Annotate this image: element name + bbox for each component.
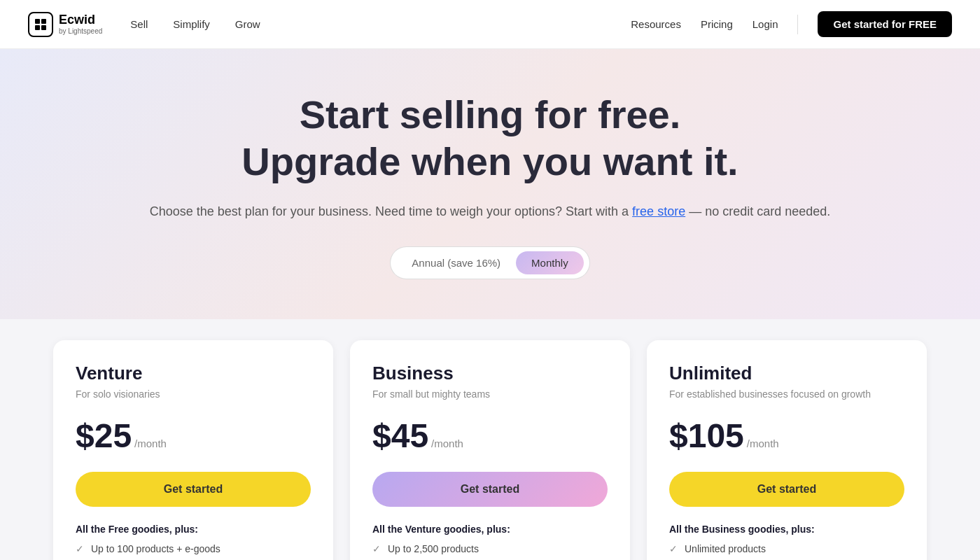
svg-rect-0 [35, 19, 40, 24]
price-period-venture: /month [134, 438, 167, 449]
feature-text: Up to 100 products + e-goods [91, 543, 220, 554]
hero-title-line2: Upgrade when you want it. [241, 139, 738, 183]
plan-card-venture: Venture For solo visionaries $25 /month … [53, 340, 333, 560]
check-icon: ✓ [372, 543, 381, 554]
nav-link-simplify[interactable]: Simplify [173, 18, 210, 30]
plan-price-business: $45 /month [372, 416, 608, 455]
plan-name-unlimited: Unlimited [669, 363, 904, 384]
nav-links: Sell Simplify Grow [130, 18, 631, 30]
hero-title: Start selling for free. Upgrade when you… [14, 91, 966, 185]
plan-tagline-venture: For solo visionaries [76, 388, 311, 400]
nav-link-grow[interactable]: Grow [235, 18, 260, 30]
check-icon: ✓ [76, 543, 84, 554]
nav-link-pricing[interactable]: Pricing [701, 18, 733, 30]
price-period-business: /month [431, 438, 463, 449]
svg-rect-2 [35, 25, 40, 30]
plan-tagline-business: For small but mighty teams [372, 388, 608, 400]
plan-cta-business[interactable]: Get started [372, 472, 608, 507]
nav-link-sell[interactable]: Sell [130, 18, 148, 30]
price-amount-business: $45 [372, 416, 428, 455]
plan-name-venture: Venture [76, 363, 311, 384]
feature-item: ✓ Up to 100 products + e-goods [76, 543, 311, 554]
plan-price-unlimited: $105 /month [669, 416, 904, 455]
hero-subtitle: Choose the best plan for your business. … [14, 202, 966, 222]
hero-subtitle-before: Choose the best plan for your business. … [150, 204, 629, 218]
logo-icon [28, 12, 53, 37]
price-amount-unlimited: $105 [669, 416, 744, 455]
logo[interactable]: Ecwid by Lightspeed [28, 12, 102, 37]
check-icon: ✓ [669, 543, 678, 554]
logo-text: Ecwid by Lightspeed [59, 13, 102, 35]
plan-price-venture: $25 /month [76, 416, 311, 455]
nav-divider [797, 15, 798, 34]
feature-item: ✓ Up to 2,500 products [372, 543, 608, 554]
plan-card-unlimited: Unlimited For established businesses foc… [647, 340, 927, 560]
pricing-section: Venture For solo visionaries $25 /month … [0, 319, 980, 560]
feature-item: ✓ Unlimited products [669, 543, 904, 554]
nav-cta-button[interactable]: Get started for FREE [818, 11, 952, 37]
hero-subtitle-after: — no credit card needed. [689, 204, 830, 218]
plan-card-business: Business For small but mighty teams $45 … [350, 340, 630, 560]
price-amount-venture: $25 [76, 416, 132, 455]
plan-tagline-unlimited: For established businesses focused on gr… [669, 388, 904, 400]
plan-cta-unlimited[interactable]: Get started [669, 472, 904, 507]
plan-name-business: Business [372, 363, 608, 384]
hero-section: Start selling for free. Upgrade when you… [0, 49, 980, 319]
svg-rect-3 [41, 25, 46, 30]
feature-text: Unlimited products [685, 543, 766, 554]
features-heading-venture: All the Free goodies, plus: [76, 524, 311, 535]
logo-brand-name: Ecwid [59, 13, 102, 27]
nav-right: Resources Pricing Login Get started for … [631, 11, 952, 37]
plan-cta-venture[interactable]: Get started [76, 472, 311, 507]
billing-toggle: Annual (save 16%) Monthly [391, 247, 589, 279]
toggle-annual[interactable]: Annual (save 16%) [396, 251, 516, 274]
features-heading-business: All the Venture goodies, plus: [372, 524, 608, 535]
hero-title-line1: Start selling for free. [300, 92, 681, 136]
nav-link-resources[interactable]: Resources [631, 18, 681, 30]
navbar: Ecwid by Lightspeed Sell Simplify Grow R… [0, 0, 980, 49]
price-period-unlimited: /month [747, 438, 779, 449]
toggle-monthly[interactable]: Monthly [516, 251, 584, 274]
feature-text: Up to 2,500 products [388, 543, 479, 554]
nav-link-login[interactable]: Login [752, 18, 778, 30]
svg-rect-1 [41, 19, 46, 24]
features-heading-unlimited: All the Business goodies, plus: [669, 524, 904, 535]
logo-sub-text: by Lightspeed [59, 27, 102, 35]
free-store-link[interactable]: free store [632, 204, 685, 218]
